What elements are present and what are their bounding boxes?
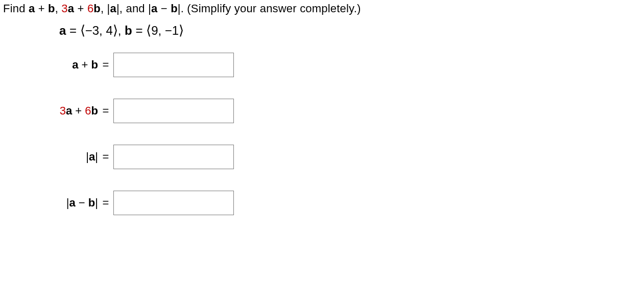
- given-a-eq: =: [66, 24, 80, 37]
- prompt-e4-b: b: [171, 2, 178, 15]
- given-b-vals: 9, −1: [151, 24, 179, 37]
- given-vectors: a = ⟨−3, 4⟩, b = ⟨9, −1⟩: [59, 22, 641, 38]
- label-3a-plus-6b: 3a + 6b: [6, 104, 98, 118]
- prompt-e4-minus: −: [157, 2, 171, 15]
- r2-3: 3: [60, 104, 66, 117]
- prompt-sep1: ,: [55, 2, 62, 15]
- given-b-label: b: [125, 24, 132, 37]
- prompt-e1-a: a: [29, 2, 35, 15]
- given-b-eq: =: [132, 24, 146, 37]
- prompt-find: Find: [3, 2, 29, 15]
- prompt-e2-a: a: [68, 2, 74, 15]
- r2-a: a: [66, 104, 72, 117]
- answer-input-a-plus-b[interactable]: [113, 53, 234, 77]
- given-a-vals: −3, 4: [85, 24, 113, 37]
- label-abs-a-minus-b: |a − b|: [6, 196, 98, 210]
- given-a-label: a: [59, 24, 66, 37]
- r1-eq: =: [98, 58, 113, 72]
- question-container: Find a + b, 3a + 6b, |a|, and |a − b|. (…: [0, 0, 644, 217]
- r4-b: b: [88, 196, 95, 209]
- question-prompt: Find a + b, 3a + 6b, |a|, and |a − b|. (…: [3, 2, 641, 15]
- r3-a: a: [89, 150, 95, 163]
- r2-b: b: [91, 104, 98, 117]
- r4-a: a: [69, 196, 76, 209]
- r2-plus: +: [72, 104, 85, 117]
- prompt-period: .: [181, 2, 187, 15]
- prompt-e1-plus: +: [35, 2, 48, 15]
- row-abs-a-minus-b: |a − b| =: [6, 191, 641, 215]
- prompt-e2-plus: +: [74, 2, 87, 15]
- prompt-and: , and: [120, 2, 148, 15]
- given-gap: ,: [118, 24, 125, 37]
- answer-input-abs-a-minus-b[interactable]: [113, 191, 234, 215]
- given-a-close: ⟩: [113, 23, 118, 38]
- prompt-e3-a: a: [110, 2, 116, 15]
- prompt-hint: (Simplify your answer completely.): [187, 2, 361, 15]
- prompt-e2-6: 6: [87, 2, 93, 15]
- prompt-e2-b: b: [93, 2, 101, 15]
- prompt-sep2: ,: [101, 2, 107, 15]
- r1-b: b: [91, 58, 98, 71]
- r2-6: 6: [85, 104, 91, 117]
- answer-input-abs-a[interactable]: [113, 145, 234, 169]
- r3-eq: =: [98, 150, 113, 164]
- r4-minus: −: [76, 196, 88, 209]
- r1-a: a: [72, 58, 78, 71]
- given-b-open: ⟨: [146, 23, 151, 38]
- r4-eq: =: [98, 196, 113, 210]
- given-a-open: ⟨: [80, 23, 85, 38]
- row-a-plus-b: a + b =: [6, 53, 641, 77]
- label-a-plus-b: a + b: [6, 58, 98, 72]
- r1-plus: +: [78, 58, 91, 71]
- answer-input-3a-plus-6b[interactable]: [113, 99, 234, 123]
- prompt-e4-a: a: [151, 2, 157, 15]
- prompt-e2-3: 3: [61, 2, 67, 15]
- row-abs-a: |a| =: [6, 145, 641, 169]
- r2-eq: =: [98, 104, 113, 118]
- given-b-close: ⟩: [179, 23, 184, 38]
- row-3a-plus-6b: 3a + 6b =: [6, 99, 641, 123]
- prompt-e1-b: b: [48, 2, 55, 15]
- label-abs-a: |a|: [6, 150, 98, 164]
